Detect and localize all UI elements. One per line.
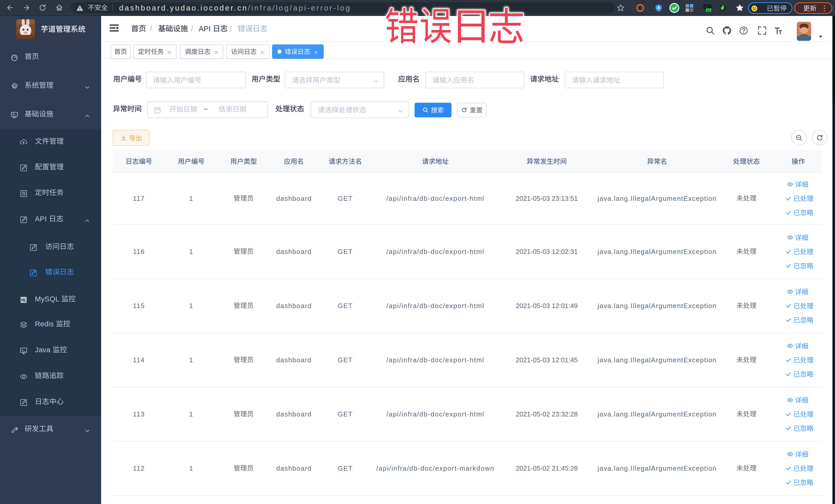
svg-text:on: on: [707, 9, 710, 12]
